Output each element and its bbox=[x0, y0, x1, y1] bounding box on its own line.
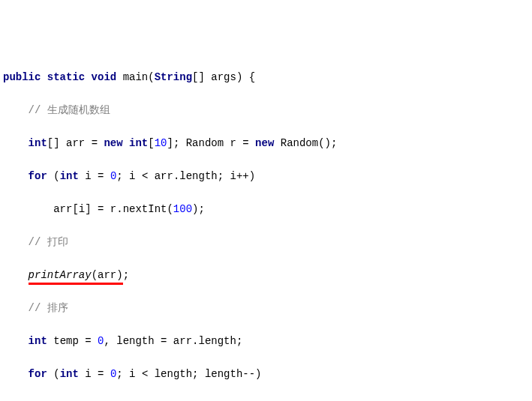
text: ; i < length; length--) bbox=[116, 368, 261, 380]
text: , length = arr.length; bbox=[104, 335, 242, 347]
keyword: int bbox=[60, 368, 79, 380]
number: 100 bbox=[173, 203, 192, 215]
keyword: for bbox=[29, 170, 47, 182]
text: ; bbox=[123, 269, 129, 281]
text: ]; Random r = bbox=[167, 137, 255, 149]
code-line: public static void main(String[] args) { bbox=[3, 69, 532, 85]
keyword: int bbox=[29, 137, 47, 149]
comment: // 打印 bbox=[3, 236, 68, 248]
code-line: arr[i] = r.nextInt(100); bbox=[3, 201, 532, 217]
code-line: int[] arr = new int[10]; Random r = new … bbox=[3, 135, 532, 151]
text: i = bbox=[79, 368, 110, 380]
keyword: new bbox=[255, 137, 274, 149]
text: [] args) { bbox=[192, 71, 255, 83]
text: i = bbox=[79, 170, 110, 182]
code-line: printArray(arr); bbox=[3, 267, 532, 283]
text: [ bbox=[148, 137, 154, 149]
text: main( bbox=[116, 71, 154, 83]
text: temp = bbox=[47, 335, 98, 347]
underline-annotation: printArray(arr) bbox=[29, 267, 123, 283]
keyword: new int bbox=[104, 137, 148, 149]
keyword: public static void bbox=[3, 71, 116, 83]
code-line: // 排序 bbox=[3, 300, 532, 316]
text: ; i < arr.length; i++) bbox=[116, 170, 255, 182]
code-line: int temp = 0, length = arr.length; bbox=[3, 333, 532, 349]
method-call: printArray bbox=[29, 269, 92, 281]
text: ( bbox=[47, 170, 60, 182]
keyword: String bbox=[155, 71, 192, 83]
keyword: for bbox=[29, 368, 47, 380]
text: (arr) bbox=[92, 269, 123, 281]
comment: // 生成随机数组 bbox=[3, 104, 110, 116]
text: [] arr = bbox=[47, 137, 104, 149]
code-line: // 打印 bbox=[3, 234, 532, 250]
text: arr[i] = r.nextInt( bbox=[3, 203, 173, 215]
keyword: int bbox=[29, 335, 47, 347]
number: 10 bbox=[155, 137, 167, 149]
text: Random(); bbox=[274, 137, 337, 149]
text: ( bbox=[47, 368, 60, 380]
code-line: for (int i = 0; i < arr.length; i++) bbox=[3, 168, 532, 184]
comment: // 排序 bbox=[3, 302, 68, 314]
text: ); bbox=[192, 203, 205, 215]
keyword: int bbox=[60, 170, 79, 182]
code-line: // 生成随机数组 bbox=[3, 102, 532, 118]
code-line: for (int i = 0; i < length; length--) bbox=[3, 366, 532, 382]
